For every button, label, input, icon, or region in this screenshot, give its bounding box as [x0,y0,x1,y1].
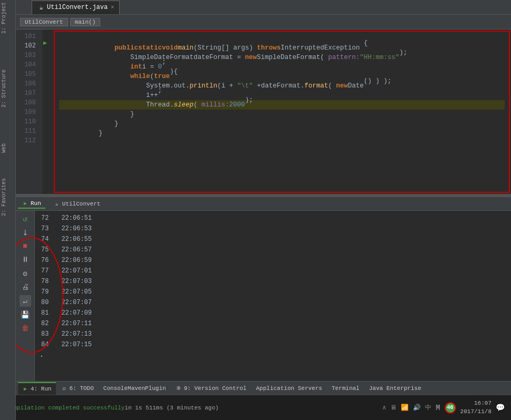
run-tab-utilconvert[interactable]: ☕ UtilConvert [50,200,105,208]
line-num-110: 110 [16,117,40,126]
status-right: ∧ 🖥 📶 🔊 中 M 46 16:07 2017/11/8 💬 [376,395,511,420]
settings-button[interactable]: ⚙ [20,268,31,279]
run-tab-run[interactable]: ▶ Run [18,199,45,209]
tab-utilconvert[interactable]: ☕ UtilConvert.java × [32,1,120,14]
main-container: ☕ UtilConvert.java × UtilConvert main() … [16,0,511,420]
util-icon: ☕ [54,201,60,207]
run-tab-label: Run [31,200,41,207]
line-numbers: 101 102 103 104 105 106 107 108 109 110 … [16,30,42,194]
bottom-tab-todo-label: 6: TODO [70,385,94,392]
status-message: Compilation completed successfully in 1s… [0,395,376,420]
version-badge[interactable]: 46 [445,402,456,414]
output-line-5: 7622:06:59 [41,255,505,266]
notification-icon[interactable]: 💬 [496,403,505,412]
breadcrumb-bar: UtilConvert main() [16,15,511,30]
code-editor[interactable]: public static void main(String[] args) t… [54,31,510,193]
breadcrumb-method[interactable]: main() [70,18,101,26]
code-line-101 [59,34,505,43]
rerun-button[interactable]: ↺ [20,213,31,224]
line-num-109: 109 [16,108,40,117]
code-line-109: } [59,110,505,119]
bottom-tab-enterprise[interactable]: Java Enterprise [365,382,426,395]
compilation-time: in 1s 511ms (3 minutes ago) [124,405,218,411]
tray-network-icon[interactable]: 🖥 [390,404,397,412]
output-line-1: 7222:06:51 [41,213,505,223]
line-num-101: 101 [16,32,40,41]
bottom-tab-enterprise-label: Java Enterprise [369,385,421,392]
compilation-status: Compilation completed successfully [6,405,124,411]
left-sidebar: 1: Project 2: Structure Web 2: Favorites [0,0,16,420]
bottom-tab-run-label: 4: Run [31,386,52,392]
run-icon: ▶ [22,200,28,207]
line-num-111: 111 [16,126,40,136]
java-file-icon: ☕ [37,4,45,11]
output-line-7: 7822:07:03 [41,276,505,287]
bottom-tab-bar: ▶ 4: Run ☑ 6: TODO ConsoleMavenPlugin ⑨ … [16,381,511,395]
bottom-tab-todo[interactable]: ☑ 6: TODO [57,382,98,395]
bottom-tab-maven[interactable]: ConsoleMavenPlugin [99,382,170,395]
save-output-button[interactable]: 💾 [20,309,31,320]
print-button[interactable]: 🖨 [20,281,31,293]
output-line-10: 8122:07:09 [41,308,505,318]
gutter: ▶ [42,30,53,194]
line-num-105: 105 [16,70,40,79]
line-num-108: 108 [16,98,40,108]
output-line-12: 8322:07:13 [41,329,505,339]
output-line-13: 8422:07:15 [41,339,505,350]
tray-m-icon[interactable]: M [436,404,440,412]
sidebar-item-web[interactable]: Web [0,141,15,155]
tab-label: UtilConvert.java [47,4,108,11]
output-line-8: 7922:07:05 [41,287,505,297]
clear-button[interactable]: 🗑 [20,323,31,334]
code-area: 101 102 103 104 105 106 107 108 109 110 … [16,30,511,194]
editor-section: UtilConvert main() 101 102 103 104 105 1… [16,15,511,194]
tray-keyboard-icon[interactable]: 中 [425,403,431,412]
line-num-107: 107 [16,89,40,98]
scroll-to-end-button[interactable]: ⤓ [20,227,31,238]
cursor-blink [41,356,42,357]
clock-time: 16:07 [460,399,491,407]
bottom-tab-maven-label: ConsoleMavenPlugin [103,385,166,392]
bottom-tab-vcs[interactable]: ⑨ 9: Version Control [171,382,251,395]
stop-button[interactable]: ■ [20,240,31,252]
sidebar-item-project[interactable]: 1: Project [0,0,15,36]
code-line-112 [59,138,505,148]
sidebar-item-favorites[interactable]: 2: Favorites [0,176,15,218]
run-tab-bar: ▶ Run ☕ UtilConvert [16,197,511,211]
run-tab-icon: ▶ [22,386,28,392]
output-line-4: 7522:06:57 [41,245,505,255]
output-line-3: 7422:06:55 [41,234,505,245]
breadcrumb-class[interactable]: UtilConvert [20,18,68,26]
bottom-tab-appserver-label: Application Servers [256,385,322,392]
bottom-tab-terminal[interactable]: Terminal [327,382,364,395]
wrap-button[interactable]: ↵ [20,295,31,307]
output-line-2: 7322:06:53 [41,223,505,234]
tray-wifi-icon[interactable]: 📶 [401,404,409,412]
bottom-tab-appserver[interactable]: Application Servers [252,382,326,395]
vcs-icon: ⑨ [176,385,182,392]
line-num-103: 103 [16,51,40,60]
line-num-112: 112 [16,136,40,145]
tab-close-button[interactable]: × [111,5,114,11]
bottom-tab-vcs-label: 9: Version Control [184,385,247,392]
tray-arrow-icon[interactable]: ∧ [382,404,386,412]
output-line-6: 7722:07:01 [41,266,505,276]
sidebar-item-structure[interactable]: 2: Structure [0,67,15,110]
line-num-106: 106 [16,79,40,89]
status-bar: Compilation completed successfully in 1s… [0,395,511,420]
pause-button[interactable]: ⏸ [20,254,31,266]
util-tab-label: UtilConvert [62,201,101,207]
editor-tab-bar: ☕ UtilConvert.java × [16,0,511,15]
system-clock: 16:07 2017/11/8 [460,399,491,416]
run-arrow-icon: ▶ [43,39,47,47]
output-line-11: 8222:07:11 [41,318,505,329]
line-num-102: 102 [16,41,40,51]
bottom-tab-terminal-label: Terminal [332,385,360,392]
output-line-9: 8022:07:07 [41,297,505,308]
code-line-111: } [59,129,505,138]
clock-date: 2017/11/8 [460,408,491,416]
bottom-tab-run[interactable]: ▶ 4: Run [18,382,56,395]
tray-volume-icon[interactable]: 🔊 [413,404,421,412]
todo-icon: ☑ [61,385,68,392]
line-num-104: 104 [16,60,40,70]
